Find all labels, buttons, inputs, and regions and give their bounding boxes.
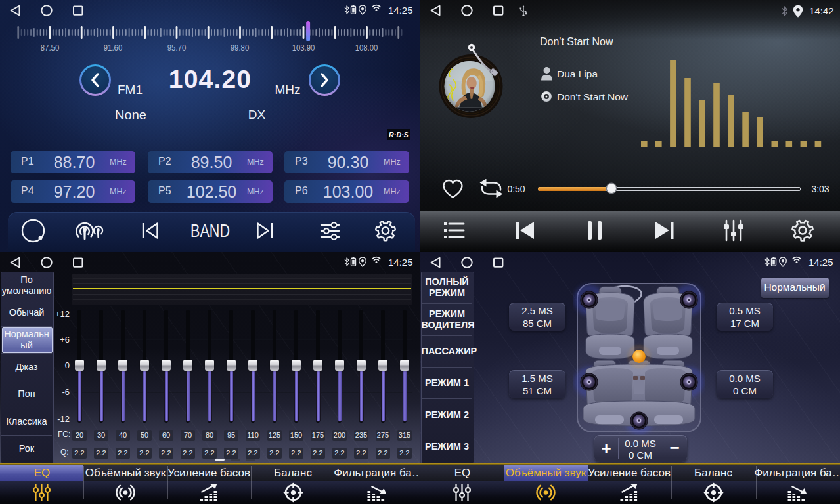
- svg-text:BAND: BAND: [190, 221, 230, 241]
